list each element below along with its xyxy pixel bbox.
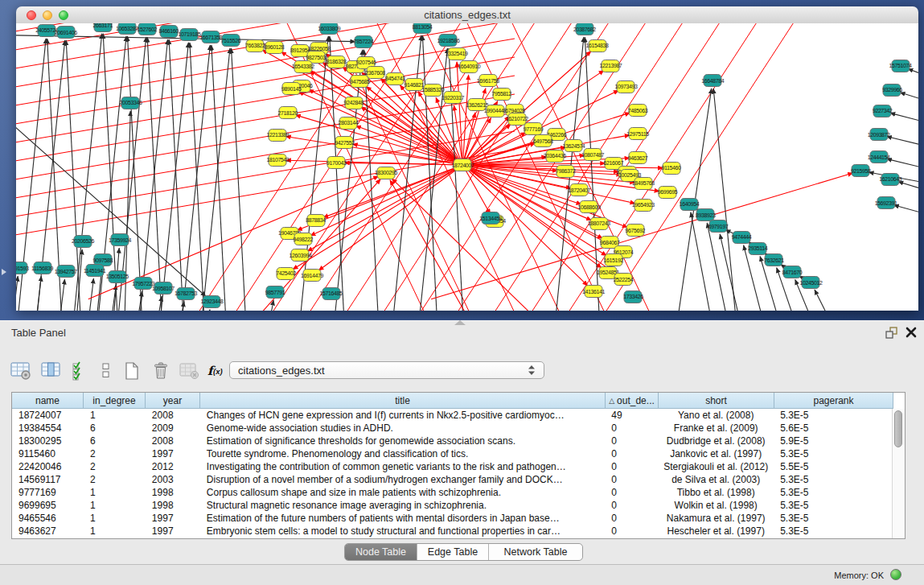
table-cell[interactable]: 1 xyxy=(84,512,146,525)
table-cell[interactable]: 22420046 xyxy=(12,460,84,473)
graph-node[interactable]: 12213987 xyxy=(602,60,620,72)
table-cell[interactable]: 2009 xyxy=(146,422,200,435)
graph-node[interactable]: 20691406 xyxy=(56,26,75,39)
graph-node[interactable]: 19218586 xyxy=(439,34,458,47)
graph-node[interactable]: 16033809 xyxy=(320,23,339,35)
graph-node[interactable]: 12213389 xyxy=(269,129,287,142)
graph-node[interactable]: 20053346 xyxy=(121,97,140,109)
table-cell[interactable]: Tibbo et al. (1998) xyxy=(658,486,774,499)
graph-node[interactable]: 13505125 xyxy=(108,270,126,283)
memory-status-indicator[interactable] xyxy=(890,569,901,580)
column-header-short[interactable]: short xyxy=(659,393,774,409)
graph-node[interactable]: 1527602 xyxy=(138,23,156,35)
table-cell[interactable]: 5.5E-5 xyxy=(774,460,893,473)
table-cell[interactable]: Changes of HCN gene expression and I(f) … xyxy=(200,409,606,422)
table-row[interactable]: 1456911722003Disruption of a novel membe… xyxy=(12,473,893,486)
table-cell[interactable]: 9777169 xyxy=(12,486,84,499)
network-canvas[interactable]: 1872400718300295766382289601288912954182… xyxy=(16,23,918,311)
table-cell[interactable]: Structural magnetic resonance image aver… xyxy=(200,499,606,512)
table-cell[interactable]: 1997 xyxy=(146,512,200,525)
graph-node[interactable]: 9242848 xyxy=(344,97,363,109)
table-row[interactable]: 1938455462009Genome-wide association stu… xyxy=(12,422,893,435)
graph-node[interactable]: 15885320 xyxy=(424,84,442,97)
table-cell[interactable]: Stergiakouli et al. (2012) xyxy=(658,460,774,473)
graph-node[interactable]: 16648784 xyxy=(704,74,722,87)
table-cell[interactable]: 1998 xyxy=(146,486,200,499)
graph-node[interactable]: 10958107 xyxy=(154,282,172,295)
table-cell[interactable]: 0 xyxy=(605,499,658,512)
graph-node[interactable]: 15716485 xyxy=(322,287,340,300)
panel-resize-grip[interactable] xyxy=(454,320,466,325)
new-document-icon[interactable] xyxy=(119,359,145,383)
table-cell[interactable]: 0 xyxy=(605,525,658,538)
graph-node[interactable]: 9474444 xyxy=(733,231,751,244)
graph-node[interactable]: 19220317 xyxy=(444,91,462,104)
table-cell[interactable]: 2012 xyxy=(146,460,200,473)
table-cell[interactable]: 1 xyxy=(84,486,146,499)
table-cell[interactable]: 0 xyxy=(605,447,658,460)
table-row[interactable]: 2242004622012Investigating the contribut… xyxy=(12,460,893,473)
graph-node[interactable]: 20387682 xyxy=(575,23,593,35)
table-row[interactable]: 969969511998Structural magnetic resonanc… xyxy=(12,499,893,512)
graph-node[interactable]: 2718120 xyxy=(278,106,297,119)
table-cell[interactable]: 6 xyxy=(84,422,146,435)
graph-node[interactable]: 9329966 xyxy=(883,84,901,97)
table-cell[interactable]: 2 xyxy=(84,473,146,486)
close-panel-icon[interactable] xyxy=(904,325,918,340)
graph-node[interactable]: 10973493 xyxy=(617,80,635,93)
graph-node[interactable]: 7515526 xyxy=(222,34,240,47)
table-cell[interactable]: 1 xyxy=(84,525,146,538)
graph-hub-node[interactable]: 18724007 xyxy=(454,159,472,171)
graph-node[interactable]: 9115460 xyxy=(662,162,680,175)
graph-node[interactable]: 1640954 xyxy=(680,198,699,211)
graph-node[interactable]: 11156839 xyxy=(33,262,51,274)
graph-node[interactable]: 8186328 xyxy=(327,56,346,68)
table-cell[interactable]: 2008 xyxy=(146,435,200,447)
table-cell[interactable]: 9463627 xyxy=(12,525,84,538)
graph-node[interactable]: 11451941 xyxy=(85,264,104,277)
table-settings-icon[interactable] xyxy=(8,359,34,383)
column-header-out_de[interactable]: △out_de... xyxy=(606,393,659,409)
table-cell[interactable]: 2 xyxy=(84,447,146,460)
graph-node[interactable]: 16543382 xyxy=(294,60,312,73)
node-attribute-table[interactable]: namein_degreeyeartitle△out_de...shortpag… xyxy=(11,392,906,539)
table-cell[interactable]: 5.3E-5 xyxy=(774,499,893,512)
vertical-scrollbar[interactable] xyxy=(892,409,905,538)
graph-node[interactable]: 7663822 xyxy=(246,39,265,52)
table-cell[interactable]: Yano et al. (2008) xyxy=(658,409,774,422)
table-cell[interactable]: Franke et al. (2009) xyxy=(658,422,774,435)
graph-node[interactable]: 10807487 xyxy=(583,148,602,161)
graph-node[interactable]: 9463627 xyxy=(629,151,647,164)
table-cell[interactable]: 5.6E-5 xyxy=(774,422,893,435)
table-cell[interactable]: 18300295 xyxy=(12,435,84,447)
table-cell[interactable]: Hescheler et al. (1997) xyxy=(658,525,774,538)
table-cell[interactable]: 1 xyxy=(84,409,146,422)
graph-node[interactable]: 9857791 xyxy=(266,286,285,299)
column-header-title[interactable]: title xyxy=(200,393,606,409)
graph-node[interactable]: 16154838 xyxy=(588,39,606,52)
graph-node[interactable]: 10245012 xyxy=(802,276,820,289)
function-builder-icon[interactable]: f(x) xyxy=(204,359,230,383)
network-window-titlebar[interactable]: citations_edges.txt xyxy=(16,6,918,24)
graph-node[interactable]: 9227342 xyxy=(873,105,892,117)
select-columns-icon[interactable] xyxy=(39,359,64,383)
table-cell[interactable]: 5.3E-5 xyxy=(774,447,893,460)
graph-node[interactable]: 17957223 xyxy=(134,277,153,290)
table-cell[interactable]: 1997 xyxy=(146,525,200,538)
graph-node[interactable]: 7955812 xyxy=(492,88,511,101)
graph-node[interactable]: 7986372 xyxy=(556,165,575,178)
graph-node[interactable]: 24055724 xyxy=(38,24,56,37)
graph-node[interactable]: 18495768 xyxy=(634,177,652,190)
tab-network-table[interactable]: Network Table xyxy=(489,544,582,560)
table-source-select[interactable]: citations_edges.txt xyxy=(229,361,544,379)
graph-node[interactable]: 8813054 xyxy=(413,23,431,34)
table-cell[interactable]: Disruption of a novel member of a sodium… xyxy=(200,473,606,486)
table-row[interactable]: 911546021997Tourette syndrome. Phenomeno… xyxy=(12,447,893,460)
table-cell[interactable]: de Silva et al. (2003) xyxy=(658,473,774,486)
graph-node[interactable]: 18720407 xyxy=(570,183,589,196)
graph-node[interactable]: 9475685 xyxy=(351,75,369,88)
graph-node[interactable]: 19904448 xyxy=(486,105,504,117)
graph-node[interactable]: 9699695 xyxy=(659,186,677,199)
tab-node-table[interactable]: Node Table xyxy=(345,544,417,560)
graph-node[interactable]: 10653287 xyxy=(118,23,137,35)
